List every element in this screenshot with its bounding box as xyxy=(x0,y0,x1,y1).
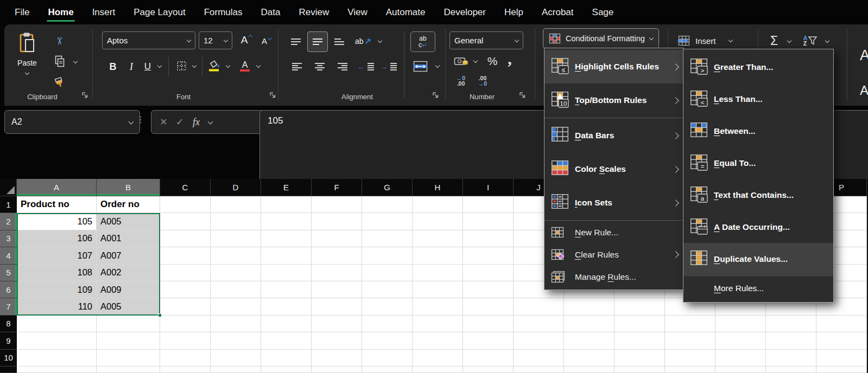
copy-dropdown-button[interactable] xyxy=(71,57,80,67)
font-dialog-launcher[interactable] xyxy=(268,92,277,100)
cell-I5[interactable] xyxy=(463,265,514,281)
cell-F6[interactable] xyxy=(312,281,362,298)
cell-D9[interactable] xyxy=(211,332,261,349)
cell-I3[interactable] xyxy=(463,230,514,247)
cell-A8[interactable] xyxy=(17,316,97,332)
cell-D6[interactable] xyxy=(211,281,261,298)
row-header-8[interactable]: 8 xyxy=(0,316,17,332)
cell-C10[interactable] xyxy=(160,350,211,366)
cell-I8[interactable] xyxy=(463,316,514,332)
cell-H-partial[interactable] xyxy=(413,366,463,373)
orientation-dropdown-button[interactable] xyxy=(376,36,384,46)
menu-tab-page-layout[interactable]: Page Layout xyxy=(124,0,194,24)
cell-F4[interactable] xyxy=(312,247,362,264)
copy-button[interactable] xyxy=(51,54,68,71)
cell-H1[interactable] xyxy=(413,196,463,213)
paste-button[interactable]: Paste xyxy=(11,30,43,97)
cell-J10[interactable] xyxy=(514,350,564,366)
cell-O9[interactable] xyxy=(766,332,816,349)
cell-F5[interactable] xyxy=(312,265,362,281)
cell-G8[interactable] xyxy=(362,316,413,332)
orientation-button[interactable]: ab ↗ xyxy=(353,33,373,50)
fill-color-button[interactable] xyxy=(206,57,223,75)
menu-item-greater-than[interactable]: >Greater Than... xyxy=(683,51,833,83)
bold-button[interactable]: B xyxy=(105,58,121,75)
cell-B1[interactable]: Order no xyxy=(97,196,160,213)
menu-tab-data[interactable]: Data xyxy=(252,0,290,24)
increase-font-size-button[interactable]: A xyxy=(238,32,255,48)
cell-P-partial[interactable] xyxy=(816,366,867,373)
cell-K9[interactable] xyxy=(564,332,614,349)
clipboard-dialog-launcher[interactable] xyxy=(80,92,89,100)
align-left-button[interactable] xyxy=(288,58,306,75)
accounting-dropdown-button[interactable] xyxy=(471,56,480,66)
menu-tab-view[interactable]: View xyxy=(338,0,377,24)
cell-B9[interactable] xyxy=(97,332,160,349)
cell-C8[interactable] xyxy=(160,316,211,332)
align-top-button[interactable] xyxy=(287,34,305,50)
align-bottom-button[interactable] xyxy=(330,34,349,50)
menu-item-more-rules[interactable]: More Rules... xyxy=(683,276,833,300)
number-format-select[interactable]: General xyxy=(449,31,523,49)
cell-M-partial[interactable] xyxy=(665,366,715,373)
cell-C7[interactable] xyxy=(160,298,211,315)
menu-item-new-rule[interactable]: New Rule... xyxy=(544,221,683,243)
cell-N10[interactable] xyxy=(715,350,766,366)
menu-tab-home[interactable]: Home xyxy=(39,0,83,24)
cell-P9[interactable] xyxy=(816,332,867,349)
italic-button[interactable]: I xyxy=(124,58,139,75)
cell-E10[interactable] xyxy=(261,350,312,366)
alignment-dialog-launcher[interactable] xyxy=(431,92,440,100)
menu-item-less-than[interactable]: <Less Than... xyxy=(683,83,833,115)
decrease-decimal-button[interactable]: .00 →0 xyxy=(473,72,492,89)
name-box[interactable]: A2 xyxy=(4,110,140,134)
number-dialog-launcher[interactable] xyxy=(518,92,527,100)
row-header-5[interactable]: 5 xyxy=(0,265,17,281)
cell-M9[interactable] xyxy=(665,332,715,349)
column-header-A[interactable]: A xyxy=(17,179,97,196)
menu-item-duplicate-values[interactable]: Duplicate Values... xyxy=(683,243,833,275)
cell-M10[interactable] xyxy=(665,350,715,366)
cell-B4[interactable]: A007 xyxy=(97,247,160,264)
cell-G5[interactable] xyxy=(362,265,413,281)
borders-dropdown-button[interactable] xyxy=(190,61,199,71)
cell-G9[interactable] xyxy=(362,332,413,349)
cell-A7[interactable]: 110 xyxy=(17,298,97,315)
menu-tab-automate[interactable]: Automate xyxy=(377,0,435,24)
cell-A4[interactable]: 107 xyxy=(17,247,97,264)
cell-J-partial[interactable] xyxy=(514,366,564,373)
cell-D7[interactable] xyxy=(211,298,261,315)
menu-item-icon-sets[interactable]: Icon Sets xyxy=(544,186,683,220)
row-header-partial[interactable] xyxy=(0,366,17,373)
cell-J9[interactable] xyxy=(514,332,564,349)
menu-item-equal-to[interactable]: =Equal To... xyxy=(683,147,833,179)
cell-B7[interactable]: A005 xyxy=(97,298,160,315)
increase-decimal-button[interactable]: ←0 .00 xyxy=(452,72,470,89)
enter-icon[interactable]: ✓ xyxy=(176,116,184,128)
cell-N8[interactable] xyxy=(715,316,766,332)
cell-O-partial[interactable] xyxy=(766,366,816,373)
cell-C3[interactable] xyxy=(160,230,211,247)
autosum-dropdown-button[interactable] xyxy=(785,36,794,46)
cell-G-partial[interactable] xyxy=(362,366,413,373)
cell-G6[interactable] xyxy=(362,281,413,298)
menu-tab-developer[interactable]: Developer xyxy=(434,0,495,24)
row-header-1[interactable]: 1 xyxy=(0,196,17,213)
menu-item-manage-rules[interactable]: Manage Rules... xyxy=(544,266,683,288)
row-header-7[interactable]: 7 xyxy=(0,298,17,315)
cell-P8[interactable] xyxy=(816,316,867,332)
cell-O10[interactable] xyxy=(766,350,816,366)
cell-F3[interactable] xyxy=(312,230,362,247)
cell-L-partial[interactable] xyxy=(614,366,665,373)
row-header-6[interactable]: 6 xyxy=(0,281,17,298)
increase-indent-button[interactable]: → xyxy=(379,58,398,75)
comma-style-button[interactable]: , xyxy=(503,50,517,67)
cell-C-partial[interactable] xyxy=(160,366,211,373)
cell-A9[interactable] xyxy=(17,332,97,349)
cell-K10[interactable] xyxy=(564,350,614,366)
cell-H9[interactable] xyxy=(413,332,463,349)
cell-H5[interactable] xyxy=(413,265,463,281)
cell-F9[interactable] xyxy=(312,332,362,349)
menu-tab-help[interactable]: Help xyxy=(495,0,533,24)
cell-C4[interactable] xyxy=(160,247,211,264)
